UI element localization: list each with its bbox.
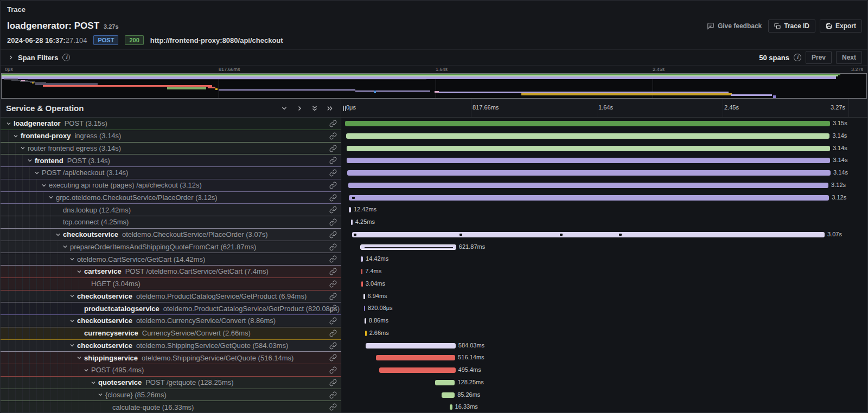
collapse-one-icon[interactable] (281, 105, 288, 112)
span-row[interactable]: prepareOrderItemsAndShippingQuoteFromCar… (1, 241, 867, 254)
span-link-icon[interactable] (329, 391, 337, 401)
chevron-down-icon[interactable] (27, 158, 35, 163)
span-name-cell[interactable]: {closure} (85.26ms) (1, 389, 341, 402)
span-row[interactable]: loadgeneratorPOST (3.15s)3.15s (1, 118, 867, 130)
give-feedback-link[interactable]: Give feedback (707, 22, 762, 30)
span-link-icon[interactable] (329, 293, 337, 302)
chevron-down-icon[interactable] (76, 355, 84, 360)
span-bar[interactable] (349, 207, 351, 212)
span-name-cell[interactable]: frontend-proxyingress (3.14s) (1, 130, 341, 143)
span-link-icon[interactable] (329, 379, 337, 389)
span-name-cell[interactable]: prepareOrderItemsAndShippingQuoteFromCar… (1, 241, 341, 254)
span-filters-toggle[interactable]: Span Filters i (8, 54, 70, 62)
chevron-down-icon[interactable] (69, 293, 77, 299)
span-name-cell[interactable]: executing api route (pages) /api/checkou… (1, 179, 341, 192)
span-bar[interactable] (365, 331, 367, 336)
span-bar[interactable] (349, 195, 829, 201)
span-link-icon[interactable] (329, 218, 337, 228)
span-name-cell[interactable]: checkoutserviceoteldemo.CurrencyService/… (1, 315, 341, 327)
chevron-down-icon[interactable] (69, 318, 77, 324)
span-link-icon[interactable] (329, 145, 337, 154)
chevron-down-icon[interactable] (98, 392, 105, 397)
span-bar[interactable] (347, 158, 830, 163)
collapse-all-icon[interactable] (311, 105, 318, 112)
span-name-cell[interactable]: router frontend egress (3.14s) (1, 143, 341, 155)
span-link-icon[interactable] (329, 194, 337, 204)
chevron-down-icon[interactable] (91, 380, 98, 385)
span-name-cell[interactable]: cartservicePOST /oteldemo.CartService/Ge… (1, 266, 341, 278)
minimap-canvas[interactable] (1, 73, 867, 99)
chevron-down-icon[interactable] (55, 232, 63, 237)
span-link-icon[interactable] (329, 132, 337, 142)
prev-button[interactable]: Prev (806, 51, 832, 64)
span-row[interactable]: POST /api/checkout (3.14s)3.14s (1, 167, 867, 179)
span-name-cell[interactable]: HGET (3.04ms) (1, 278, 341, 291)
span-row[interactable]: grpc.oteldemo.CheckoutService/PlaceOrder… (1, 192, 867, 204)
span-link-icon[interactable] (329, 342, 337, 352)
span-bar[interactable] (379, 367, 456, 373)
span-name-cell[interactable]: dns.lookup (12.42ms) (1, 204, 341, 216)
chevron-down-icon[interactable] (6, 121, 14, 126)
span-bar[interactable] (360, 244, 456, 250)
span-bar[interactable] (348, 183, 828, 188)
chevron-down-icon[interactable] (84, 367, 91, 373)
span-link-icon[interactable] (329, 182, 337, 191)
export-button[interactable]: Export (820, 20, 862, 33)
span-name-cell[interactable]: frontendPOST (3.14s) (1, 154, 341, 167)
span-row[interactable]: checkoutserviceoteldemo.CheckoutService/… (1, 229, 867, 241)
span-name-cell[interactable]: checkoutserviceoteldemo.CheckoutService/… (1, 229, 341, 241)
chevron-down-icon[interactable] (13, 133, 21, 139)
trace-minimap[interactable]: 0μs817.66ms1.64s2.45s3.27s (1, 66, 867, 99)
span-link-icon[interactable] (329, 280, 337, 290)
info-icon[interactable]: i (62, 54, 70, 61)
span-name-cell[interactable]: POST (495.4ms) (1, 364, 341, 377)
next-button[interactable]: Next (836, 51, 862, 64)
span-count-info-icon[interactable]: i (794, 54, 801, 61)
span-row[interactable]: cartservicePOST /oteldemo.CartService/Ge… (1, 266, 867, 278)
span-bar[interactable] (361, 256, 363, 262)
chevron-down-icon[interactable] (41, 183, 49, 188)
span-name-cell[interactable]: quoteservicePOST /getquote (128.25ms) (1, 377, 341, 389)
span-row[interactable]: checkoutserviceoteldemo.ShippingService/… (1, 340, 867, 352)
span-link-icon[interactable] (329, 354, 337, 364)
span-row[interactable]: oteldemo.CartService/GetCart (14.42ms)14… (1, 253, 867, 266)
span-link-icon[interactable] (329, 157, 337, 166)
span-row[interactable]: tcp.connect (4.25ms)4.25ms (1, 216, 867, 229)
span-link-icon[interactable] (329, 268, 337, 278)
trace-id-button[interactable]: Trace ID (768, 20, 815, 33)
span-row[interactable]: productcatalogserviceoteldemo.ProductCat… (1, 302, 867, 315)
span-bar[interactable] (450, 404, 452, 410)
span-bar[interactable] (347, 170, 831, 176)
span-row[interactable]: frontend-proxyingress (3.14s)3.14s (1, 130, 867, 143)
span-name-cell[interactable]: loadgeneratorPOST (3.15s) (1, 118, 341, 130)
span-bar[interactable] (346, 133, 829, 139)
span-row[interactable]: calculate-quote (16.33ms)16.33ms (1, 401, 867, 412)
span-name-cell[interactable]: shippingserviceoteldemo.ShippingService/… (1, 352, 341, 364)
chevron-down-icon[interactable] (69, 256, 77, 262)
span-bar[interactable] (442, 392, 455, 398)
span-bar[interactable] (352, 232, 825, 237)
span-link-icon[interactable] (329, 243, 337, 253)
span-link-icon[interactable] (329, 317, 337, 327)
span-bar[interactable] (347, 146, 830, 151)
span-name-cell[interactable]: productcatalogserviceoteldemo.ProductCat… (1, 302, 341, 315)
span-row[interactable]: frontendPOST (3.14s)3.14s (1, 154, 867, 167)
chevron-down-icon[interactable] (20, 145, 28, 151)
span-row[interactable]: executing api route (pages) /api/checkou… (1, 179, 867, 192)
span-row[interactable]: shippingserviceoteldemo.ShippingService/… (1, 352, 867, 364)
span-bar[interactable] (366, 343, 456, 349)
span-bar[interactable] (363, 294, 365, 299)
span-bar[interactable] (351, 220, 353, 225)
span-row[interactable]: dns.lookup (12.42ms)12.42ms (1, 204, 867, 216)
span-bar[interactable] (361, 269, 363, 274)
span-name-cell[interactable]: tcp.connect (4.25ms) (1, 216, 341, 229)
span-row[interactable]: checkoutserviceoteldemo.ProductCatalogSe… (1, 291, 867, 303)
span-name-cell[interactable]: currencyserviceCurrencyService/Convert (… (1, 327, 341, 340)
span-name-cell[interactable]: oteldemo.CartService/GetCart (14.42ms) (1, 253, 341, 266)
span-name-cell[interactable]: grpc.oteldemo.CheckoutService/PlaceOrder… (1, 192, 341, 204)
expand-all-icon[interactable] (327, 105, 333, 112)
span-row[interactable]: quoteservicePOST /getquote (128.25ms)128… (1, 377, 867, 389)
span-link-icon[interactable] (329, 120, 337, 130)
span-link-icon[interactable] (329, 169, 337, 179)
span-link-icon[interactable] (329, 366, 337, 376)
